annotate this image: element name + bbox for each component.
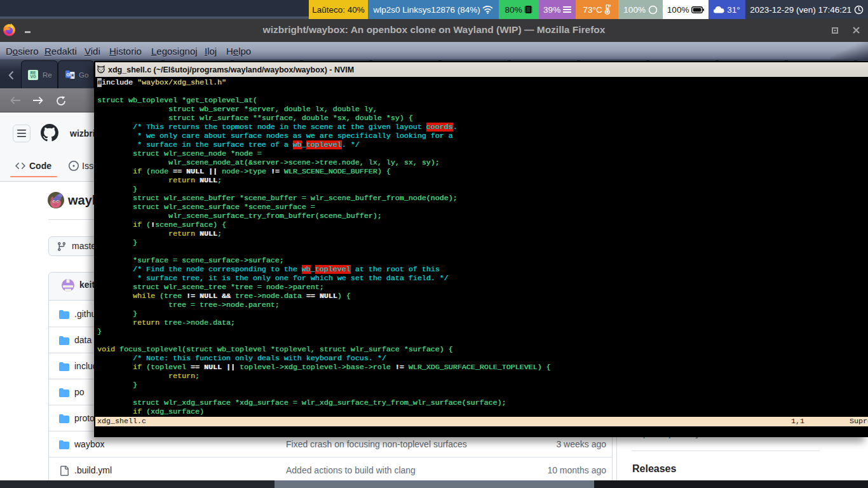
- svg-text:G: G: [66, 72, 70, 78]
